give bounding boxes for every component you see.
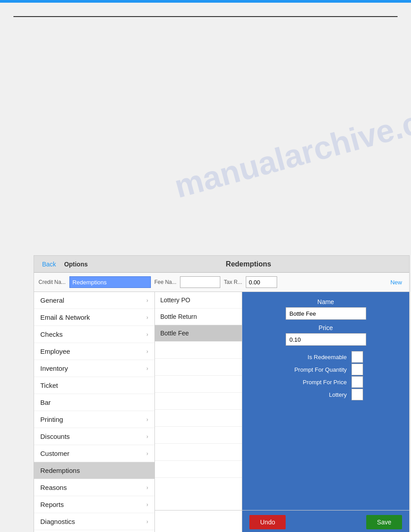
sidebar-item-label: Employee <box>40 348 70 355</box>
chevron-icon: › <box>146 450 148 457</box>
checkbox-1[interactable] <box>351 364 363 375</box>
list-item[interactable]: Bottle Return <box>155 309 242 325</box>
sidebar-item-label: Reasons <box>40 484 67 491</box>
fee-name-input[interactable] <box>180 276 220 288</box>
save-button[interactable]: Save <box>366 515 402 529</box>
sidebar-item-label: Diagnostics <box>40 518 75 525</box>
sidebar-item-general[interactable]: General› <box>34 292 154 309</box>
sidebar-item-diagnostics[interactable]: Diagnostics› <box>34 513 154 530</box>
list-item[interactable]: Lottery PO <box>155 292 242 309</box>
sidebar-item-email---network[interactable]: Email & Network› <box>34 309 154 326</box>
checkbox-row-2: Prompt For Price <box>251 376 400 388</box>
layout: General›Email & Network›Checks›Employee›… <box>34 292 409 532</box>
bottom-row: Undo Save <box>155 510 409 532</box>
chevron-icon: › <box>146 331 148 338</box>
chevron-icon: › <box>146 519 148 525</box>
sidebar-item-reports[interactable]: Reports› <box>34 496 154 513</box>
sidebar-item-label: Discounts <box>40 433 70 440</box>
chevron-icon: › <box>146 485 148 491</box>
sidebar-item-label: Email & Network <box>40 313 90 321</box>
new-link[interactable]: New <box>390 279 405 286</box>
top-separator <box>13 16 398 17</box>
price-group: Price <box>251 324 400 346</box>
checkbox-label-1: Prompt For Quantity <box>289 366 347 373</box>
chevron-icon: › <box>146 365 148 372</box>
panel-body: Lottery POBottle ReturnBottle Fee Name P… <box>155 292 409 510</box>
top-bar <box>0 0 411 3</box>
checkboxes-container: Is Redeemable Prompt For Quantity Prompt… <box>251 350 400 401</box>
name-input[interactable] <box>286 307 366 320</box>
sidebar-item-label: General <box>40 296 64 304</box>
panel-title: Redemptions <box>93 260 404 268</box>
sidebar-item-label: Inventory <box>40 365 68 372</box>
item-list: Lottery POBottle ReturnBottle Fee <box>155 292 242 510</box>
chevron-icon: › <box>146 502 148 508</box>
list-item-empty <box>155 342 242 359</box>
fields-row: Credit Na... Fee Na... Tax R... New <box>34 273 409 292</box>
checkbox-2[interactable] <box>351 376 363 388</box>
list-item-empty <box>155 393 242 410</box>
tax-rate-label: Tax R... <box>224 279 242 285</box>
tax-rate-input[interactable] <box>246 276 277 288</box>
checkbox-row-0: Is Redeemable <box>251 351 400 363</box>
list-item-empty <box>155 427 242 444</box>
sidebar-item-label: Checks <box>40 330 63 338</box>
sidebar-item-discounts[interactable]: Discounts› <box>34 428 154 445</box>
sidebar-item-label: Redemptions <box>40 467 80 474</box>
list-item-empty <box>155 410 242 427</box>
credit-name-label: Credit Na... <box>39 279 66 285</box>
list-item-empty <box>155 444 242 461</box>
list-item-empty <box>155 376 242 393</box>
chevron-icon: › <box>146 297 148 304</box>
options-header: Back Options Redemptions <box>34 256 409 273</box>
name-label: Name <box>317 298 334 305</box>
sidebar-item-label: Bar <box>40 399 51 406</box>
sidebar-item-customer[interactable]: Customer› <box>34 445 154 462</box>
sidebar-item-employee[interactable]: Employee› <box>34 343 154 360</box>
options-label: Options <box>64 261 88 268</box>
bottom-left-empty <box>155 511 242 532</box>
name-group: Name <box>251 298 400 320</box>
price-label: Price <box>319 324 333 331</box>
back-button[interactable]: Back <box>39 259 59 270</box>
sidebar-item-bar[interactable]: Bar <box>34 394 154 411</box>
undo-button[interactable]: Undo <box>249 515 286 529</box>
credit-name-input[interactable] <box>69 276 151 288</box>
checkbox-row-1: Prompt For Quantity <box>251 364 400 375</box>
sidebar: General›Email & Network›Checks›Employee›… <box>34 292 155 532</box>
checkbox-row-3: Lottery <box>251 389 400 400</box>
price-input[interactable] <box>286 333 366 346</box>
checkbox-label-3: Lottery <box>289 391 347 398</box>
sidebar-item-ticket[interactable]: Ticket <box>34 377 154 394</box>
sidebar-item-redemptions[interactable]: Redemptions <box>34 462 154 479</box>
chevron-icon: › <box>146 314 148 321</box>
checkbox-3[interactable] <box>351 389 363 400</box>
sidebar-item-label: Ticket <box>40 382 58 389</box>
checkbox-0[interactable] <box>351 351 363 363</box>
sidebar-item-printing[interactable]: Printing› <box>34 411 154 428</box>
sidebar-item-label: Reports <box>40 501 64 508</box>
list-item[interactable]: Bottle Fee <box>155 325 242 342</box>
list-item-empty <box>155 461 242 478</box>
sidebar-item-label: Customer <box>40 450 69 457</box>
chevron-icon: › <box>146 433 148 440</box>
sidebar-item-label: Printing <box>40 416 63 423</box>
main-panel: Back Options Redemptions Credit Na... Fe… <box>34 255 410 532</box>
sidebar-item-inventory[interactable]: Inventory› <box>34 360 154 377</box>
sidebar-item-checks[interactable]: Checks› <box>34 326 154 343</box>
checkbox-label-0: Is Redeemable <box>289 354 347 360</box>
chevron-icon: › <box>146 348 148 355</box>
list-item-empty <box>155 359 242 376</box>
bottom-right-buttons: Undo Save <box>242 511 409 532</box>
chevron-icon: › <box>146 416 148 423</box>
detail-panel: Name Price Is Redeemable Prompt For Quan… <box>242 292 409 510</box>
checkbox-label-2: Prompt For Price <box>289 379 347 386</box>
fee-name-label: Fee Na... <box>154 279 176 285</box>
watermark: manualarchive.com <box>171 91 411 205</box>
right-panel: Lottery POBottle ReturnBottle Fee Name P… <box>155 292 409 532</box>
sidebar-item-reasons[interactable]: Reasons› <box>34 479 154 496</box>
